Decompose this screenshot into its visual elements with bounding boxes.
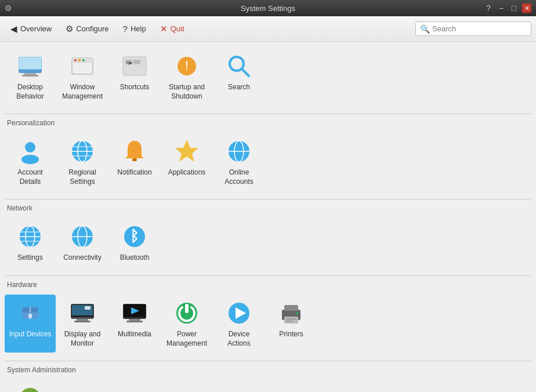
section-header-system-administration: System Administration [0, 361, 536, 376]
svg-point-9 [82, 59, 85, 61]
item-desktop-behavior[interactable]: Desktop Behavior [5, 48, 56, 106]
item-regional-settings[interactable]: Regional Settings [57, 133, 108, 191]
item-account-details[interactable]: Account Details [5, 133, 56, 191]
section-header-network: Network [0, 199, 536, 215]
search-icon: 🔍 [420, 24, 430, 34]
apps-icon [173, 137, 201, 165]
svg-rect-54 [129, 319, 140, 321]
svg-rect-55 [126, 321, 143, 322]
item-online-accounts[interactable]: Online Accounts [213, 133, 265, 191]
svg-rect-57 [185, 304, 189, 313]
section-system-administration: System AdministrationYYaST [0, 361, 536, 392]
configure-button[interactable]: ⚙ Configure [60, 21, 114, 37]
item-connectivity[interactable]: Connectivity [57, 218, 108, 267]
svg-rect-48 [77, 319, 88, 321]
svg-rect-64 [286, 321, 293, 322]
deviceactions-icon [225, 299, 253, 327]
printers-icon [277, 299, 305, 327]
toolbar: ◀ Overview ⚙ Configure ? Help ✕ Quit 🔍 [0, 16, 536, 42]
item-notification[interactable]: Notification [109, 133, 160, 191]
inputdev-icon [16, 299, 44, 327]
section-hardware: HardwareInput DevicesDisplay and Monitor… [0, 275, 536, 358]
item-label-online-accounts: Online Accounts [217, 168, 261, 186]
item-label-regional-settings: Regional Settings [60, 168, 104, 186]
svg-rect-62 [284, 317, 298, 324]
item-label-shortcuts: Shortcuts [120, 83, 150, 92]
svg-rect-12 [133, 60, 140, 64]
help-toolbar-button[interactable]: ? Help [117, 21, 152, 37]
item-label-input-devices: Input Devices [9, 330, 52, 339]
titlebar-controls: ? − □ ✕ [484, 3, 531, 13]
svg-rect-49 [74, 321, 90, 322]
search-box: 🔍 [415, 21, 531, 36]
titlebar: ⚙ System Settings ? − □ ✕ [0, 0, 536, 16]
search-big-icon [225, 52, 253, 80]
app-icon: ⚙ [5, 3, 12, 13]
help-icon: ? [123, 24, 128, 34]
item-display-monitor[interactable]: Display and Monitor [57, 295, 108, 353]
quit-button[interactable]: ✕ Quit [154, 21, 190, 37]
item-yast[interactable]: YYaST [5, 380, 56, 392]
item-label-multimedia: Multimedia [118, 330, 151, 339]
svg-point-65 [296, 312, 298, 314]
search-input[interactable] [415, 21, 531, 36]
item-net-settings[interactable]: Settings [5, 218, 56, 267]
power-icon [173, 299, 201, 327]
item-label-display-monitor: Display and Monitor [60, 330, 104, 348]
maximize-button[interactable]: □ [509, 3, 519, 13]
svg-point-8 [78, 59, 81, 61]
item-input-devices[interactable]: Input Devices [5, 295, 56, 353]
item-applications[interactable]: Applications [161, 133, 212, 191]
svg-rect-3 [22, 75, 38, 77]
quit-label: Quit [171, 24, 184, 33]
item-label-window-management: Window Management [60, 83, 104, 101]
close-button[interactable]: ✕ [522, 3, 531, 13]
svg-rect-26 [132, 158, 137, 161]
svg-rect-4 [19, 57, 41, 69]
item-label-account-details: Account Details [8, 168, 52, 186]
item-label-power-management: Power Management [165, 330, 209, 348]
help-button[interactable]: ? [484, 3, 493, 13]
svg-text:ᛒ: ᛒ [130, 227, 139, 245]
main-container: Desktop BehaviorWindow ManagementFn▶Shor… [0, 42, 536, 392]
item-label-net-settings: Settings [17, 253, 42, 263]
svg-rect-44 [28, 314, 32, 318]
item-window-management[interactable]: Window Management [57, 48, 108, 106]
item-printers[interactable]: Printers [266, 295, 317, 353]
help-label: Help [131, 24, 146, 33]
regional-icon [68, 137, 96, 165]
minimize-button[interactable]: − [497, 3, 506, 13]
item-multimedia[interactable]: Multimedia [109, 295, 160, 353]
shortcuts-icon: Fn▶ [121, 52, 149, 80]
item-startup-shutdown[interactable]: !Startup and Shutdown [161, 48, 212, 106]
desktop-icon [16, 52, 44, 80]
section-workspace: Desktop BehaviorWindow ManagementFn▶Shor… [0, 44, 536, 111]
svg-rect-50 [85, 306, 90, 310]
svg-point-7 [74, 59, 77, 61]
account-icon [16, 137, 44, 165]
svg-rect-2 [24, 73, 36, 75]
svg-marker-27 [175, 140, 198, 162]
svg-text:▶: ▶ [129, 60, 133, 66]
content-area: Desktop BehaviorWindow ManagementFn▶Shor… [0, 42, 536, 392]
item-search[interactable]: Search [213, 48, 265, 106]
item-device-actions[interactable]: Device Actions [213, 295, 265, 353]
configure-label: Configure [76, 24, 108, 33]
back-overview-button[interactable]: ◀ Overview [5, 21, 57, 37]
svg-point-66 [20, 388, 41, 392]
item-label-desktop-behavior: Desktop Behavior [8, 83, 52, 101]
item-label-printers: Printers [279, 330, 303, 339]
startup-icon: ! [173, 52, 201, 80]
item-label-applications: Applications [168, 168, 206, 177]
svg-point-19 [25, 142, 35, 153]
titlebar-left: ⚙ [5, 3, 12, 13]
item-power-management[interactable]: Power Management [161, 295, 212, 353]
item-shortcuts[interactable]: Fn▶Shortcuts [109, 48, 160, 106]
item-label-notification: Notification [117, 168, 151, 177]
item-bluetooth[interactable]: ᛒBluetooth [109, 218, 160, 267]
svg-line-18 [242, 69, 249, 76]
item-label-connectivity: Connectivity [63, 253, 101, 263]
svg-rect-63 [286, 318, 296, 320]
svg-point-20 [21, 155, 39, 164]
item-label-device-actions: Device Actions [217, 330, 261, 348]
